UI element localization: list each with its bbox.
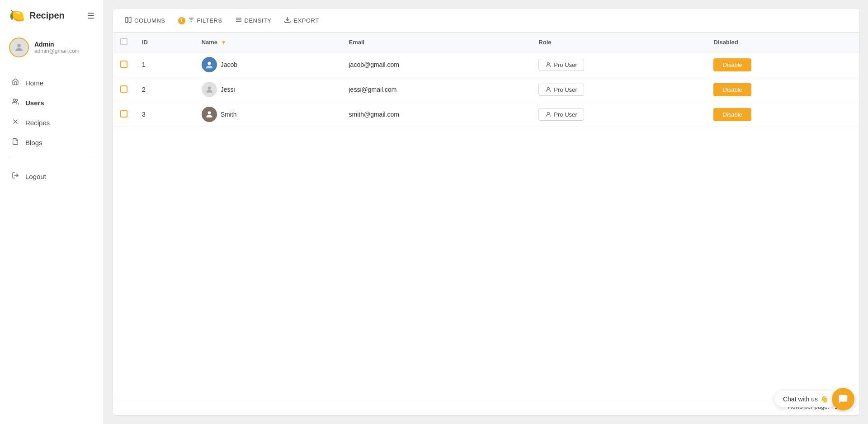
cell-name: Jessi bbox=[194, 77, 342, 102]
svg-point-15 bbox=[547, 62, 550, 65]
user-name-text: Jacob bbox=[221, 61, 237, 68]
svg-point-0 bbox=[17, 44, 21, 47]
users-icon bbox=[11, 98, 20, 107]
cell-checkbox bbox=[113, 77, 135, 102]
header-checkbox[interactable] bbox=[120, 38, 127, 45]
chat-label: Chat with us bbox=[783, 396, 818, 403]
cell-id: 2 bbox=[135, 77, 194, 102]
svg-rect-6 bbox=[129, 17, 131, 23]
avatar bbox=[202, 107, 217, 122]
density-button[interactable]: DENSITY bbox=[231, 14, 276, 28]
user-info: Admin admin@gmail.com bbox=[34, 41, 80, 54]
main-content: COLUMNS 1 FILTERS bbox=[104, 0, 868, 424]
filters-button[interactable]: 1 FILTERS bbox=[174, 14, 227, 28]
avatar bbox=[202, 57, 217, 72]
role-badge: Pro User bbox=[538, 84, 584, 96]
cell-email: smith@gmail.com bbox=[341, 102, 531, 127]
cell-disabled: Disable bbox=[706, 52, 859, 77]
cell-email: jessi@gmail.com bbox=[341, 77, 531, 102]
col-header-name[interactable]: Name ▼ bbox=[194, 33, 342, 52]
svg-point-17 bbox=[547, 87, 550, 90]
export-icon bbox=[284, 16, 291, 25]
cell-name: Jacob bbox=[194, 52, 342, 77]
role-badge: Pro User bbox=[538, 108, 584, 121]
density-icon bbox=[235, 16, 242, 25]
cell-checkbox bbox=[113, 52, 135, 77]
sidebar-user: Admin admin@gmail.com bbox=[0, 31, 104, 64]
chat-widget: Chat with us 👋 bbox=[775, 388, 854, 410]
sidebar-bottom: Logout bbox=[0, 162, 104, 195]
role-badge: Pro User bbox=[538, 59, 584, 71]
avatar bbox=[9, 38, 29, 57]
sidebar-divider bbox=[9, 157, 94, 157]
chat-bubble: Chat with us 👋 bbox=[775, 391, 836, 407]
col-header-role: Role bbox=[531, 33, 706, 52]
export-label: EXPORT bbox=[293, 17, 319, 24]
hamburger-icon[interactable]: ☰ bbox=[87, 11, 94, 21]
recipes-icon bbox=[11, 118, 20, 127]
disable-button[interactable]: Disable bbox=[713, 83, 751, 96]
name-filter-icon: ▼ bbox=[221, 39, 226, 46]
columns-icon bbox=[125, 16, 132, 25]
col-header-checkbox bbox=[113, 33, 135, 52]
table-row: 2 Jessi jessi@gmail.com Pro User Disable bbox=[113, 77, 859, 102]
logout-icon bbox=[11, 172, 20, 181]
svg-point-18 bbox=[208, 111, 211, 114]
sidebar-item-users-label: Users bbox=[25, 99, 44, 107]
chat-emoji: 👋 bbox=[821, 396, 828, 403]
app-title: Recipen bbox=[29, 10, 65, 21]
columns-button[interactable]: COLUMNS bbox=[120, 14, 170, 28]
user-email: admin@gmail.com bbox=[34, 48, 80, 54]
sidebar-item-recipes[interactable]: Recipes bbox=[0, 113, 104, 132]
user-name-text: Jessi bbox=[221, 86, 235, 93]
sidebar-item-home[interactable]: Home bbox=[0, 73, 104, 93]
cell-id: 1 bbox=[135, 52, 194, 77]
row-checkbox[interactable] bbox=[120, 85, 127, 93]
cell-email: jacob@gmail.com bbox=[341, 52, 531, 77]
table-row: 3 Smith smith@gmail.com Pro User Disable bbox=[113, 102, 859, 127]
cell-disabled: Disable bbox=[706, 102, 859, 127]
table-footer: Rows per page: 100 25 50 bbox=[113, 398, 859, 415]
filter-icon bbox=[188, 16, 195, 25]
chat-button[interactable] bbox=[832, 388, 854, 410]
cell-checkbox bbox=[113, 102, 135, 127]
data-table-container: COLUMNS 1 FILTERS bbox=[113, 9, 859, 415]
sidebar-item-recipes-label: Recipes bbox=[25, 119, 50, 127]
sidebar-nav: Home Users Recipes bbox=[0, 68, 104, 424]
data-table: ID Name ▼ Email Role Disabled 1 bbox=[113, 33, 859, 127]
cell-disabled: Disable bbox=[706, 77, 859, 102]
svg-point-1 bbox=[13, 99, 15, 101]
sidebar-item-logout[interactable]: Logout bbox=[0, 166, 104, 186]
cell-role: Pro User bbox=[531, 52, 706, 77]
cell-id: 3 bbox=[135, 102, 194, 127]
svg-rect-5 bbox=[126, 17, 128, 23]
filters-badge: 1 bbox=[178, 17, 185, 24]
table-body: 1 Jacob jacob@gmail.com Pro User Disable… bbox=[113, 52, 859, 127]
disable-button[interactable]: Disable bbox=[713, 108, 751, 121]
user-name-text: Smith bbox=[221, 111, 237, 118]
svg-point-16 bbox=[208, 86, 211, 90]
sidebar-item-logout-label: Logout bbox=[25, 173, 46, 180]
col-header-email: Email bbox=[341, 33, 531, 52]
export-button[interactable]: EXPORT bbox=[279, 14, 323, 28]
col-name-label: Name bbox=[202, 39, 217, 46]
col-header-disabled: Disabled bbox=[706, 33, 859, 52]
sidebar: 🍋 Recipen ☰ Admin admin@gmail.com Home bbox=[0, 0, 104, 424]
user-name: Admin bbox=[34, 41, 80, 48]
disable-button[interactable]: Disable bbox=[713, 58, 751, 71]
svg-point-19 bbox=[547, 112, 550, 114]
col-header-id: ID bbox=[135, 33, 194, 52]
blogs-icon bbox=[11, 138, 20, 147]
sidebar-logo: 🍋 Recipen ☰ bbox=[0, 0, 104, 31]
row-checkbox[interactable] bbox=[120, 110, 127, 118]
home-icon bbox=[11, 78, 20, 87]
sidebar-item-users[interactable]: Users bbox=[0, 93, 104, 113]
sidebar-item-blogs[interactable]: Blogs bbox=[0, 132, 104, 152]
filters-label: FILTERS bbox=[197, 17, 222, 24]
table-scroll: ID Name ▼ Email Role Disabled 1 bbox=[113, 33, 859, 398]
sidebar-item-home-label: Home bbox=[25, 79, 43, 87]
table-toolbar: COLUMNS 1 FILTERS bbox=[113, 9, 859, 33]
table-row: 1 Jacob jacob@gmail.com Pro User Disable bbox=[113, 52, 859, 77]
row-checkbox[interactable] bbox=[120, 61, 127, 68]
table-header-row: ID Name ▼ Email Role Disabled bbox=[113, 33, 859, 52]
